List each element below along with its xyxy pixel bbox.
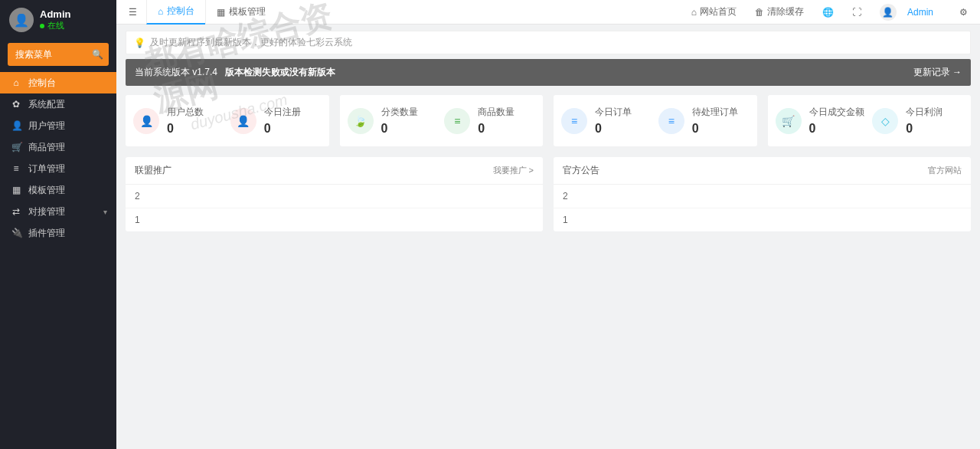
hamburger-icon: ☰ <box>129 7 137 18</box>
home-icon: ⌂ <box>691 7 697 18</box>
list-item[interactable]: 1 <box>126 208 543 231</box>
tab-templates[interactable]: ▦模板管理 <box>205 0 276 25</box>
stat-icon: ◇ <box>872 108 898 134</box>
settings-button[interactable]: ⚙ <box>950 0 977 25</box>
trash-icon: 🗑 <box>755 7 764 18</box>
panel-announcement: 官方公告 官方网站 21 <box>554 157 971 231</box>
sidebar-status: 在线 <box>40 20 70 31</box>
stat-value: 0 <box>809 122 864 136</box>
translate-icon: 🌐 <box>822 7 834 18</box>
stat-label: 今日注册 <box>264 106 301 119</box>
sidebar-nav: ⌂控制台✿系统配置👤用户管理🛒商品管理≡订单管理▦模板管理⇄对接管理▾🔌插件管理 <box>0 72 116 244</box>
nav-icon: ▦ <box>11 185 21 195</box>
tab-dashboard[interactable]: ⌂控制台 <box>146 0 205 25</box>
nav-icon: ≡ <box>11 163 21 174</box>
fullscreen-button[interactable]: ⛶ <box>843 0 871 25</box>
nav-icon: 🔌 <box>11 228 21 238</box>
nav-plugins[interactable]: 🔌插件管理 <box>0 222 116 244</box>
nav-goods[interactable]: 🛒商品管理 <box>0 136 116 158</box>
home-link[interactable]: ⌂网站首页 <box>682 0 746 25</box>
nav-icon: 🛒 <box>11 142 21 152</box>
list-item[interactable]: 2 <box>126 185 543 208</box>
stat-icon: ≡ <box>444 108 470 134</box>
stat-card: ≡ 今日订单0 ≡ 待处理订单0 <box>554 95 757 146</box>
stat-value: 0 <box>264 122 301 136</box>
stat-label: 商品数量 <box>478 106 514 119</box>
topbar: ☰ ⌂控制台▦模板管理 ⌂网站首页 🗑清除缓存 🌐 ⛶ 👤 Admin ⚙ <box>116 0 980 25</box>
version-status: 版本检测失败或没有新版本 <box>225 66 335 79</box>
list-item[interactable]: 1 <box>554 208 971 231</box>
nav-dock[interactable]: ⇄对接管理▾ <box>0 201 116 222</box>
menu-toggle-button[interactable]: ☰ <box>119 0 146 25</box>
stat-icon: ≡ <box>561 108 587 134</box>
stat-value: 0 <box>167 122 204 136</box>
nav-dashboard[interactable]: ⌂控制台 <box>0 72 116 93</box>
stat-icon: 🛒 <box>776 108 802 134</box>
sidebar-user[interactable]: 👤 Admin 在线 <box>0 0 116 40</box>
tab-icon: ⌂ <box>158 6 163 17</box>
nav-icon: ⌂ <box>11 77 21 88</box>
stat-icon: 👤 <box>133 108 159 134</box>
stat-label: 今日利润 <box>906 106 942 119</box>
search-input[interactable] <box>15 49 86 60</box>
language-button[interactable]: 🌐 <box>813 0 843 25</box>
stat-card: 👤 用户总数0 👤 今日注册0 <box>126 95 329 146</box>
panel-title: 联盟推广 <box>135 164 172 177</box>
stat-label: 用户总数 <box>167 106 204 119</box>
fullscreen-icon: ⛶ <box>852 7 861 18</box>
stat-value: 0 <box>692 122 738 136</box>
sidebar-username: Admin <box>40 8 70 20</box>
stat-label: 待处理订单 <box>692 106 738 119</box>
stat-label: 今日订单 <box>595 106 632 119</box>
panel-title: 官方公告 <box>563 164 599 177</box>
user-avatar-icon: 👤 <box>880 4 897 21</box>
avatar-icon: 👤 <box>9 8 34 32</box>
search-icon[interactable]: 🔍 <box>92 49 101 60</box>
topbar-user[interactable]: 👤 Admin <box>871 0 950 25</box>
gear-icon: ⚙ <box>959 7 968 18</box>
promotion-link[interactable]: 我要推广 > <box>493 165 534 176</box>
stat-value: 0 <box>906 122 942 136</box>
nav-icon: 👤 <box>11 120 21 131</box>
version-label: 当前系统版本 v1.7.4 <box>135 66 217 79</box>
nav-icon: ✿ <box>11 99 21 110</box>
stat-icon: ≡ <box>658 108 684 134</box>
version-bar: 当前系统版本 v1.7.4 版本检测失败或没有新版本 更新记录 → <box>126 59 971 86</box>
tab-icon: ▦ <box>217 7 225 18</box>
bulb-icon: 💡 <box>134 38 145 48</box>
list-item[interactable]: 2 <box>554 185 971 208</box>
update-tip: 💡 及时更新程序到最新版本，更好的体验七彩云系统 <box>126 31 971 54</box>
stat-value: 0 <box>478 122 514 136</box>
changelog-link[interactable]: 更新记录 → <box>913 66 962 79</box>
nav-templates[interactable]: ▦模板管理 <box>0 179 116 201</box>
stat-value: 0 <box>381 122 418 136</box>
sidebar: 👤 Admin 在线 🔍 ⌂控制台✿系统配置👤用户管理🛒商品管理≡订单管理▦模板… <box>0 0 116 449</box>
stat-icon: 👤 <box>230 108 256 134</box>
stat-value: 0 <box>595 122 632 136</box>
stat-card: 🛒 今日成交金额0 ◇ 今日利润0 <box>768 95 972 146</box>
sidebar-search[interactable]: 🔍 <box>8 43 109 66</box>
clear-cache-button[interactable]: 🗑清除缓存 <box>746 0 813 25</box>
stat-icon: 🍃 <box>348 108 374 134</box>
stat-card: 🍃 分类数量0 ≡ 商品数量0 <box>340 95 544 146</box>
nav-orders[interactable]: ≡订单管理 <box>0 158 116 179</box>
stat-label: 今日成交金额 <box>809 106 864 119</box>
panel-promotion: 联盟推广 我要推广 > 21 <box>126 157 543 231</box>
nav-users[interactable]: 👤用户管理 <box>0 115 116 136</box>
chevron-down-icon: ▾ <box>103 208 107 216</box>
stat-label: 分类数量 <box>381 106 418 119</box>
nav-system[interactable]: ✿系统配置 <box>0 93 116 115</box>
nav-icon: ⇄ <box>11 206 21 217</box>
official-site-link[interactable]: 官方网站 <box>928 165 962 176</box>
main: 都有啥综合资源网 duyousha.com ☰ ⌂控制台▦模板管理 ⌂网站首页 … <box>116 0 980 449</box>
